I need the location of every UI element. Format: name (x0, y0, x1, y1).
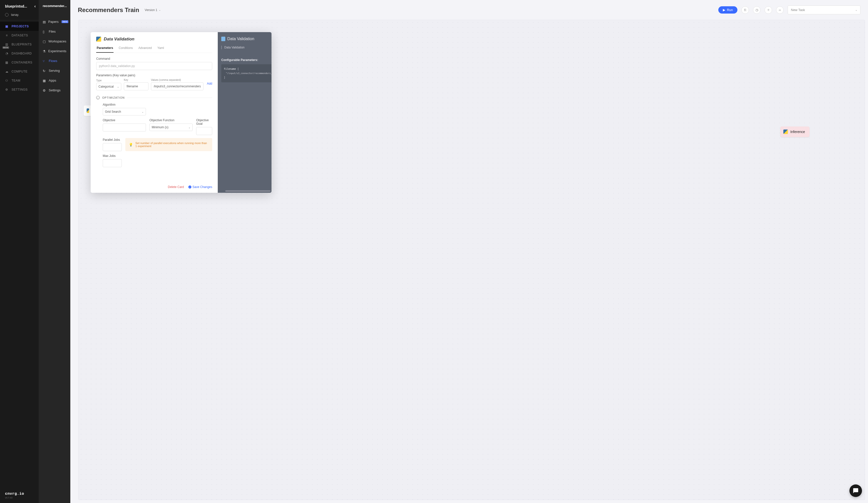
papers-icon: ▤ (43, 20, 46, 24)
python-icon (87, 108, 89, 113)
delete-card-link[interactable]: Delete Card (168, 185, 184, 189)
new-task-label: New Task (791, 8, 805, 12)
algo-select[interactable]: Grid Search ⌄ (103, 108, 146, 115)
nav-blueprints[interactable]: ▥ BLUEPRINTS BETA (0, 40, 39, 49)
flow-node-inference[interactable]: Inference (781, 126, 809, 137)
python-icon (783, 129, 788, 134)
nav-dashboard-label: DASHBOARD (12, 52, 32, 55)
clock-icon: ◷ (755, 8, 758, 12)
save-changes-link[interactable]: ✓ Save Changes (188, 185, 212, 189)
dashboard-icon: ◔ (5, 52, 9, 55)
chevron-down-icon: ⌄ (188, 126, 190, 129)
tab-yaml[interactable]: Yaml (157, 45, 164, 53)
sec-files[interactable]: ▯ Files (39, 27, 70, 36)
org-switcher[interactable]: blueprintsd... ‹ (0, 0, 39, 11)
command-label: Command (96, 57, 212, 61)
task-modal: Data Validation Parameters Conditions Ad… (91, 32, 271, 193)
brand-logo: cnvrg.io (5, 492, 34, 496)
tab-conditions[interactable]: Conditions (118, 45, 133, 53)
add-param-link[interactable]: Add (207, 82, 212, 87)
objective-label: Objective (103, 118, 146, 122)
chevron-down-icon: ⌄ (855, 9, 857, 11)
secondary-sidebar: recommender... ▤ Papers NEW ▯ Files ▢ Wo… (39, 0, 70, 503)
user-row[interactable]: tanay. (0, 11, 39, 20)
version-label: Version 1 (145, 8, 157, 12)
primary-nav: ▣ PROJECTS ≡ DATASETS ▥ BLUEPRINTS BETA … (0, 20, 39, 488)
type-select[interactable]: Categorical ⌄ (96, 83, 121, 90)
code-icon-button[interactable]: ‹› (776, 6, 784, 14)
horizontal-scrollbar[interactable] (225, 190, 270, 192)
sec-serving-label: Serving (49, 69, 60, 73)
sec-serving[interactable]: ↻ Serving (39, 66, 70, 75)
experiments-icon: ⚗ (43, 50, 46, 53)
algo-label: Algorithm (103, 103, 146, 106)
save-icon: ⎘ (744, 8, 746, 12)
nav-team[interactable]: ⚇ TEAM (0, 76, 39, 85)
nav-containers[interactable]: ▦ CONTAINERS (0, 58, 39, 67)
objfn-label: Objective Function (149, 118, 193, 122)
type-label: Type (96, 79, 121, 82)
sec-apps[interactable]: ▦ Apps (39, 75, 70, 85)
schedule-icon-button[interactable]: ◷ (753, 6, 761, 14)
code-close: ] (224, 75, 271, 80)
new-task-select[interactable]: New Task ⌄ (788, 6, 860, 14)
chevron-down-icon: ⌄ (117, 85, 119, 88)
key-input[interactable] (124, 82, 148, 90)
maxjobs-label: Max Jobs (103, 154, 122, 158)
datasets-icon: ≡ (5, 34, 9, 37)
chat-bubble-button[interactable] (849, 484, 862, 497)
gear-icon: ⚙ (43, 88, 46, 92)
magic-icon-button[interactable]: ✧ (765, 6, 772, 14)
parallel-input[interactable] (103, 143, 122, 151)
sec-settings[interactable]: ⚙ Settings (39, 85, 70, 95)
sec-workspaces[interactable]: ▢ Workspaces (39, 36, 70, 46)
params-header: Parameters (Key value pairs) (96, 74, 212, 77)
nav-dashboard[interactable]: ◔ DASHBOARD (0, 49, 39, 58)
sec-experiments[interactable]: ⚗ Experiments (39, 46, 70, 56)
version-select[interactable]: Version 1 ⌄ (145, 8, 161, 12)
maxjobs-input[interactable] (103, 159, 122, 167)
values-input[interactable] (151, 82, 204, 90)
code-icon: ‹› (779, 8, 781, 12)
blueprints-icon: ▥ (5, 43, 9, 46)
nav-blueprints-label: BLUEPRINTS (12, 43, 32, 46)
optimization-header[interactable]: ⌄ OPTIMIZATION (96, 96, 212, 99)
tip-box: 💡 Set number of parallel executions when… (125, 138, 212, 151)
nav-datasets[interactable]: ≡ DATASETS (0, 31, 39, 40)
nav-settings[interactable]: ⚙ SETTINGS (0, 85, 39, 94)
objgoal-label: Objective Goal (196, 118, 212, 126)
side-params-header: Configurable Parameters: (221, 58, 271, 62)
bulb-icon: 💡 (129, 143, 133, 147)
modal-right-panel: Data Validation Data Validation Configur… (218, 32, 271, 193)
tab-parameters[interactable]: Parameters (96, 45, 114, 53)
run-button[interactable]: ▶ Run (718, 6, 737, 13)
side-title: Data Validation (227, 36, 254, 41)
nav-settings-label: SETTINGS (12, 88, 28, 91)
doc-icon (221, 36, 225, 41)
objective-input[interactable] (103, 124, 146, 132)
brand-version: v4.7.43 (5, 496, 34, 499)
flow-canvas[interactable]: Inference Data Validation Parameters Con… (79, 20, 865, 500)
topbar: Recommenders Train Version 1 ⌄ ▶ Run ⎘ ◷… (70, 0, 868, 18)
files-icon: ▯ (43, 30, 46, 33)
objfn-select[interactable]: Minimum (≥) ⌄ (149, 124, 193, 131)
tab-advanced[interactable]: Advanced (138, 45, 152, 53)
nav-projects[interactable]: ▣ PROJECTS (0, 22, 39, 31)
chevron-left-icon[interactable]: ‹ (34, 4, 36, 9)
sec-papers-label: Papers (48, 20, 59, 24)
collapse-icon[interactable]: ⌄ (96, 96, 100, 99)
side-code-block: filename [ "/input/s3_connector/recommen… (221, 64, 271, 82)
code-key: filename (224, 67, 236, 70)
nav-compute[interactable]: ☁ COMPUTE (0, 67, 39, 76)
save-icon-button[interactable]: ⎘ (741, 6, 749, 14)
sec-flows[interactable]: ⑂ Flows (39, 56, 70, 66)
sec-papers[interactable]: ▤ Papers NEW (39, 17, 70, 27)
tip-text: Set number of parallel executions when r… (135, 142, 209, 148)
projects-icon: ▣ (5, 24, 9, 28)
compute-icon: ☁ (5, 70, 9, 73)
workspaces-icon: ▢ (43, 40, 46, 43)
objgoal-input[interactable] (196, 127, 212, 135)
optimization-label: OPTIMIZATION (102, 96, 125, 99)
command-input[interactable] (96, 62, 212, 70)
flow-node-label: Inference (790, 130, 805, 134)
